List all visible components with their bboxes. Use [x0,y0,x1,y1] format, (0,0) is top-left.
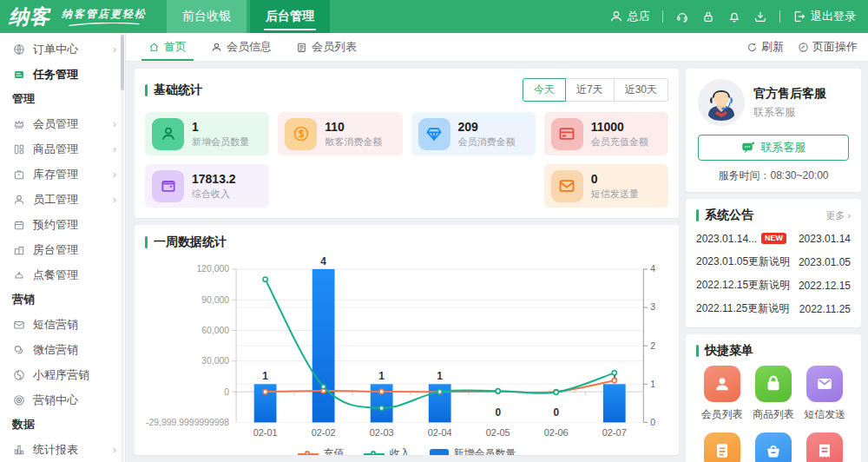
sidebar-item-wechat-marketing[interactable]: 微信营销 [0,337,125,362]
sidebar-item-members[interactable]: 会员管理› [0,111,125,136]
sidebar: 订单中心› 任务管理 管理 会员管理› 商品管理› 库存管理› 员工管理› 预约… [0,33,126,462]
sidebar-scrollbar[interactable] [121,33,124,462]
nav-front-cashier[interactable]: 前台收银 [167,0,247,33]
quick-menu-card: 快捷菜单 会员列表 商品列表 短信发送 [686,334,861,462]
stat-member-spend: 209会员消费金额 [411,112,536,155]
notice-item[interactable]: 2022.12.15更新说明 2022.12.15 [696,274,851,297]
logout-button[interactable]: 退出登录 [792,9,856,24]
miniprogram-icon [13,369,25,381]
download-icon[interactable] [753,10,767,23]
globe-icon [13,43,25,56]
lock-icon[interactable] [701,10,715,23]
svg-text:4: 4 [320,257,326,267]
page-operations-button[interactable]: 页面操作 [798,39,858,55]
accent-bar [696,209,699,221]
svg-text:1: 1 [262,370,268,382]
legend-new-members[interactable]: 新增会员数量 [430,446,516,455]
goods-list-icon [764,374,783,393]
svg-text:1: 1 [650,380,655,389]
chart-title: 一周数据统计 [154,234,227,250]
quick-goods-combo[interactable]: 商品套餐 [747,432,799,462]
quick-goods-list[interactable]: 商品列表 [747,366,799,422]
notice-more-link[interactable]: 更多 › [825,209,851,222]
sidebar-item-order-center[interactable]: 订单中心› [0,36,125,62]
svg-text:02-02: 02-02 [312,427,336,438]
svg-text:30,000: 30,000 [201,356,229,366]
chat-icon [741,141,755,155]
tab-member-info[interactable]: 会员信息 [199,33,284,61]
goods-combo-icon [764,441,783,460]
sidebar-section-marketing: 营销 [0,287,125,312]
headset-icon[interactable] [675,10,689,23]
contact-service-button[interactable]: 联系客服 [698,135,849,161]
quick-mall-orders[interactable]: 商城订单 [696,432,747,462]
sidebar-item-task[interactable]: 任务管理 [0,62,125,87]
sidebar-item-dining[interactable]: 点餐管理 [0,262,125,287]
calendar-icon [13,219,25,231]
service-subtitle: 联系客服 [753,105,826,120]
notice-item[interactable]: 2022.11.25更新说明 2022.11.25 [696,297,851,320]
store-switcher[interactable]: 总店 [609,9,650,24]
service-hours: 服务时间：08:30~20:00 [698,168,849,183]
quick-coupon[interactable]: 优惠券 [799,432,851,462]
legend-income[interactable]: 收入 [364,446,411,455]
range-7days-button[interactable]: 近7天 [566,78,615,102]
stat-new-members: 1新增会员数量 [145,112,269,155]
sidebar-item-booking[interactable]: 预约管理 [0,212,125,237]
nav-back-admin[interactable]: 后台管理 [250,0,330,33]
service-title: 官方售后客服 [753,86,826,102]
sidebar-item-goods[interactable]: 商品管理› [0,136,125,162]
svg-text:0: 0 [224,387,229,397]
svg-text:0: 0 [495,407,501,419]
sidebar-item-inventory[interactable]: 库存管理› [0,162,125,187]
quick-member-list[interactable]: 会员列表 [696,366,747,422]
notice-item[interactable]: 2023.01.05更新说明 2023.01.05 [696,250,851,274]
notice-item[interactable]: 2023.01.14...NEW 2023.01.14 [696,227,851,250]
member-list-icon [713,374,732,393]
sidebar-item-reports[interactable]: 统计报表› [0,437,125,462]
refresh-button[interactable]: 刷新 [746,39,784,55]
dining-icon [13,269,25,281]
mail-icon [13,319,25,331]
page-tabbar: 首页 会员信息 会员列表 刷新 页面操作 [126,33,868,62]
tab-home[interactable]: 首页 [136,33,199,61]
room-icon [13,244,25,256]
sidebar-item-marketing-center[interactable]: 营销中心 [0,387,125,412]
app-logo: 纳客 [9,3,50,30]
svg-text:0: 0 [650,418,655,427]
accent-bar [696,345,699,357]
svg-text:02-06: 02-06 [544,427,569,438]
coupon-icon [815,441,834,460]
bell-icon[interactable] [727,10,741,23]
range-30days-button[interactable]: 近30天 [615,78,668,102]
sidebar-item-staff[interactable]: 员工管理› [0,187,125,212]
tab-member-list[interactable]: 会员列表 [284,33,369,61]
quick-sms-send[interactable]: 短信发送 [799,366,851,422]
sidebar-item-sms-marketing[interactable]: 短信营销 [0,312,125,337]
sidebar-item-miniprogram-marketing[interactable]: 小程序营销 [0,362,125,387]
sidebar-section-data: 数据 [0,412,125,437]
svg-text:02-05: 02-05 [486,427,510,438]
svg-text:60,000: 60,000 [201,326,229,335]
customer-service-card: 官方售后客服 联系客服 联系客服 服务时间：08:30~20:00 [686,69,861,192]
svg-text:02-07: 02-07 [602,427,627,438]
weekly-chart[interactable]: 120,00090,00060,00030,0000-29,999.999999… [135,257,679,445]
stats-title: 基础统计 [154,82,202,98]
list-icon [296,42,307,53]
inventory-icon [13,168,25,181]
svg-text:1: 1 [437,370,443,382]
divider [779,10,780,23]
card-icon [558,125,575,142]
dollar-icon [293,125,310,142]
sidebar-item-rooms[interactable]: 房台管理 [0,237,125,262]
svg-text:02-03: 02-03 [370,427,394,438]
stat-walkin-spend: 110散客消费金额 [278,112,402,155]
tagline-swoosh [61,23,148,27]
basic-stats-card: 基础统计 今天 近7天 近30天 1新增会员数量 [135,69,679,218]
header-nav: 前台收银 后台管理 [167,0,333,33]
range-today-button[interactable]: 今天 [523,78,566,102]
legend-recharge[interactable]: 充值 [298,446,345,455]
range-switcher: 今天 近7天 近30天 [523,78,668,102]
svg-text:90,000: 90,000 [201,295,229,305]
svg-text:02-01: 02-01 [253,427,278,438]
